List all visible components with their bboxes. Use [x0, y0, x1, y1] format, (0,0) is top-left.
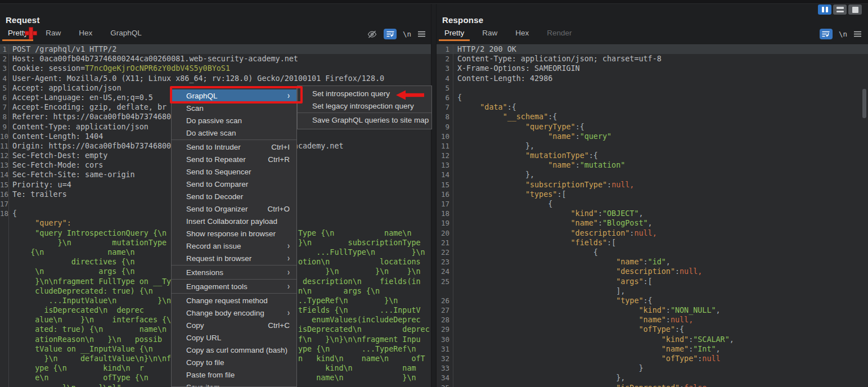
menu-item-label: Paste from file [186, 371, 290, 379]
menu-item-record-an-issue[interactable]: Record an issue› [172, 240, 296, 252]
code-line: 28 "name":null, [437, 315, 868, 325]
line-number: 10 [437, 132, 453, 141]
menu-item-request-in-browser[interactable]: Request in browser› [172, 252, 296, 264]
code-text: Sec-Fetch-Mode: cors [9, 160, 103, 170]
response-editor[interactable]: 1HTTP/2 200 OK2Content-Type: application… [437, 43, 868, 387]
menu-item-copy-to-file[interactable]: Copy to file [172, 356, 296, 368]
code-text: "name":"mutation" [453, 160, 625, 170]
menu-item-label: Change request method [186, 296, 290, 305]
menu-item-paste-from-file[interactable]: Paste from file [172, 368, 296, 381]
code-line: 1POST /graphql/v1 HTTP/2 [0, 44, 431, 54]
code-line: 6{ [437, 93, 868, 102]
menu-item-do-passive-scan[interactable]: Do passive scan [172, 114, 296, 127]
line-number: 2 [0, 54, 9, 64]
tab-render[interactable]: Render [546, 29, 573, 40]
line-number: 17 [437, 199, 453, 209]
panel-divider[interactable] [431, 4, 437, 387]
line-number: 4 [437, 74, 453, 83]
line-number: 17 [0, 199, 9, 209]
code-line: 1HTTP/2 200 OK [437, 44, 868, 54]
line-number: 6 [437, 93, 453, 102]
line-number: 14 [437, 170, 453, 179]
code-line: 29 "ofType":{ [437, 325, 868, 334]
menu-item-insert-collaborator-payload[interactable]: Insert Collaborator payload [172, 215, 296, 227]
line-number: 11 [0, 141, 9, 151]
menu-item-show-response-in-browser[interactable]: Show response in browser [172, 227, 296, 240]
line-number: 31 [437, 344, 453, 354]
menu-item-engagement-tools[interactable]: Engagement tools› [172, 280, 296, 292]
menu-item-send-to-sequencer[interactable]: Send to Sequencer [172, 165, 296, 178]
line-number [437, 286, 453, 296]
line-number: 7 [0, 102, 9, 112]
editor-menu-icon[interactable] [417, 30, 426, 38]
line-number [0, 305, 9, 315]
hidden-chars-icon[interactable] [367, 30, 377, 39]
line-number: 15 [0, 180, 9, 190]
response-scrollbar-thumb[interactable] [862, 89, 866, 118]
menu-separator [172, 293, 296, 294]
code-text: { [453, 93, 462, 102]
menu-item-copy[interactable]: CopyCtrl+C [172, 319, 296, 331]
menu-item-shortcut: Ctrl+I [271, 143, 290, 151]
submenu-item-save-graphql-queries-to-site-map[interactable]: Save GraphQL queries to site map [298, 114, 431, 126]
menu-item-send-to-decoder[interactable]: Send to Decoder [172, 190, 296, 202]
line-number: 28 [437, 315, 453, 325]
line-number: 25 [437, 277, 453, 286]
menu-item-copy-url[interactable]: Copy URL [172, 331, 296, 344]
line-number: 2 [437, 54, 453, 64]
editor-menu-icon[interactable] [853, 30, 862, 38]
code-line: 9 "queryType":{ [437, 122, 868, 132]
submenu-item-set-legacy-introspection-query[interactable]: Set legacy introspection query [298, 100, 431, 112]
menu-item-label: Save GraphQL queries to site map [312, 116, 429, 124]
line-number: 32 [437, 354, 453, 363]
menu-item-scan[interactable]: Scan [172, 102, 296, 114]
code-text: ], [453, 286, 625, 296]
tab-graphql[interactable]: GraphQL [109, 29, 143, 40]
menu-item-save-item[interactable]: Save item [172, 381, 296, 387]
code-text: "mutationType":{ [453, 151, 598, 160]
menu-item-send-to-organizer[interactable]: Send to OrganizerCtrl+O [172, 202, 296, 215]
submenu-arrow-icon: › [287, 241, 290, 251]
word-wrap-icon[interactable] [384, 29, 397, 39]
line-number [0, 267, 9, 276]
line-number: 29 [437, 325, 453, 334]
line-number: 5 [0, 83, 9, 93]
code-text: "kind":"OBJECT", [453, 209, 644, 218]
line-number [0, 325, 9, 334]
code-text: "name":null, [453, 315, 693, 325]
tab-hex[interactable]: Hex [78, 29, 93, 40]
tab-pretty[interactable]: Pretty [443, 29, 465, 40]
code-text: }, [453, 141, 534, 151]
submenu-arrow-icon: › [287, 308, 290, 318]
code-line: 12 "mutationType":{ [437, 151, 868, 160]
menu-item-send-to-intruder[interactable]: Send to IntruderCtrl+I [172, 141, 296, 153]
code-text: "queryType":{ [453, 122, 584, 132]
context-menu: GraphQL›ScanDo passive scanDo active sca… [171, 88, 297, 387]
code-line: 21 "fields":[ [437, 238, 868, 248]
code-text: Sec-Fetch-Site: same-origin [9, 170, 135, 179]
menu-item-extensions[interactable]: Extensions› [172, 266, 296, 278]
newline-icon[interactable]: \n [403, 30, 411, 38]
newline-icon[interactable]: \n [839, 30, 847, 38]
menu-item-send-to-comparer[interactable]: Send to Comparer [172, 178, 296, 190]
tab-raw[interactable]: Raw [44, 29, 62, 40]
menu-item-label: Send to Comparer [186, 180, 290, 188]
word-wrap-icon[interactable] [820, 29, 833, 39]
menu-item-copy-as-curl-command-bash-[interactable]: Copy as curl command (bash) [172, 344, 296, 356]
menu-item-do-active-scan[interactable]: Do active scan [172, 127, 296, 139]
menu-item-change-request-method[interactable]: Change request method [172, 294, 296, 307]
tab-raw[interactable]: Raw [481, 29, 498, 40]
line-number: 12 [437, 151, 453, 160]
code-text: "description":null, [453, 228, 657, 238]
code-line: 14 }, [437, 170, 868, 179]
line-number: 34 [437, 373, 453, 382]
menu-item-change-body-encoding[interactable]: Change body encoding› [172, 307, 296, 319]
code-text: { [453, 199, 552, 209]
code-text: Content-Type: application/json; charset=… [453, 54, 662, 64]
line-number: 12 [0, 151, 9, 160]
tab-hex[interactable]: Hex [514, 29, 530, 40]
code-line: 4Content-Length: 42986 [437, 74, 868, 83]
menu-item-label: Save item [186, 383, 290, 387]
menu-item-send-to-repeater[interactable]: Send to RepeaterCtrl+R [172, 153, 296, 165]
menu-item-label: Request in browser [186, 254, 282, 263]
